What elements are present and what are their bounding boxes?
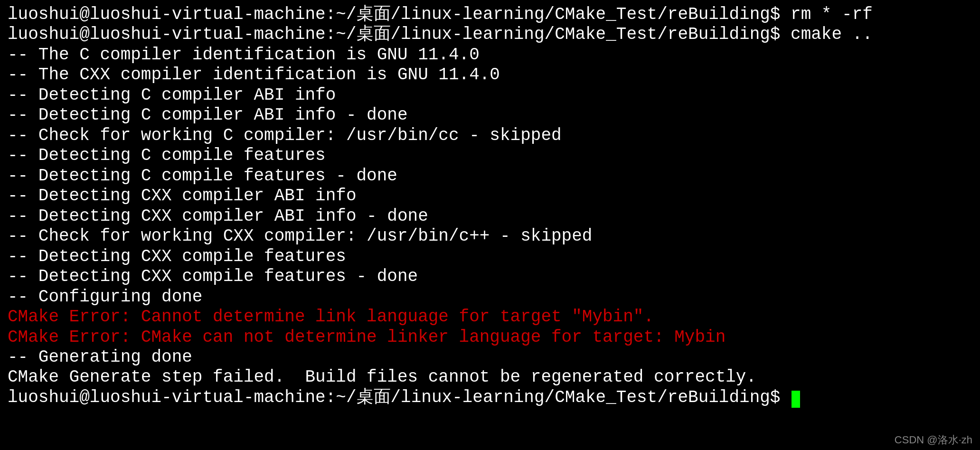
terminal-line: -- Detecting C compile features (8, 146, 972, 166)
terminal-line: -- Detecting CXX compiler ABI info - don… (8, 206, 972, 226)
terminal-line: -- The C compiler identification is GNU … (8, 45, 972, 65)
terminal-line: luoshui@luoshui-virtual-machine:~/桌面/lin… (8, 388, 972, 408)
terminal-line: CMake Generate step failed. Build files … (8, 367, 972, 387)
terminal-line: CMake Error: Cannot determine link langu… (8, 307, 972, 327)
terminal-line: -- Detecting C compile features - done (8, 166, 972, 186)
terminal-line: -- Detecting C compiler ABI info - done (8, 105, 972, 125)
terminal-cursor (792, 391, 800, 408)
terminal-line: luoshui@luoshui-virtual-machine:~/桌面/lin… (8, 25, 972, 45)
terminal-line: -- Generating done (8, 347, 972, 367)
terminal-line: CMake Error: CMake can not determine lin… (8, 328, 972, 347)
terminal-line: -- Detecting CXX compile features - done (8, 267, 972, 287)
terminal-line: -- Configuring done (8, 287, 972, 307)
terminal-line: -- Check for working CXX compiler: /usr/… (8, 226, 972, 246)
terminal-line: -- Detecting C compiler ABI info (8, 85, 972, 105)
terminal-line: -- Check for working C compiler: /usr/bi… (8, 126, 972, 146)
terminal-line: luoshui@luoshui-virtual-machine:~/桌面/lin… (8, 5, 972, 25)
terminal: luoshui@luoshui-virtual-machine:~/桌面/lin… (0, 0, 980, 450)
watermark: CSDN @洛水·zh (895, 434, 972, 446)
terminal-line: -- Detecting CXX compiler ABI info (8, 186, 972, 206)
terminal-line: -- The CXX compiler identification is GN… (8, 65, 972, 85)
terminal-line: -- Detecting CXX compile features (8, 247, 972, 267)
